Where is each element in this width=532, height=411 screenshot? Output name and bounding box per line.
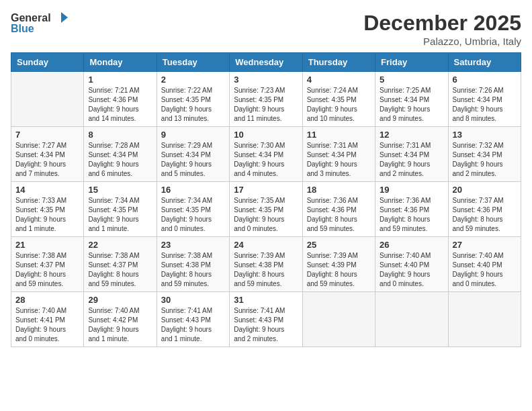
day-info: Sunrise: 7:31 AM Sunset: 4:34 PM Dayligh…	[307, 141, 371, 179]
day-info: Sunrise: 7:27 AM Sunset: 4:34 PM Dayligh…	[15, 141, 79, 179]
day-info: Sunrise: 7:40 AM Sunset: 4:40 PM Dayligh…	[453, 251, 517, 289]
calendar-cell: 31Sunrise: 7:41 AM Sunset: 4:43 PM Dayli…	[230, 292, 302, 347]
day-info: Sunrise: 7:25 AM Sunset: 4:34 PM Dayligh…	[380, 86, 443, 124]
day-info: Sunrise: 7:36 AM Sunset: 4:36 PM Dayligh…	[380, 196, 443, 234]
day-info: Sunrise: 7:34 AM Sunset: 4:35 PM Dayligh…	[88, 196, 152, 234]
page-header: GeneralBlue December 2025 Palazzo, Umbri…	[11, 11, 521, 47]
calendar-cell: 15Sunrise: 7:34 AM Sunset: 4:35 PM Dayli…	[84, 182, 157, 237]
calendar-cell: 27Sunrise: 7:40 AM Sunset: 4:40 PM Dayli…	[448, 237, 521, 292]
day-number: 1	[88, 75, 152, 85]
day-info: Sunrise: 7:35 AM Sunset: 4:35 PM Dayligh…	[234, 196, 298, 234]
day-info: Sunrise: 7:41 AM Sunset: 4:43 PM Dayligh…	[234, 306, 298, 344]
day-info: Sunrise: 7:22 AM Sunset: 4:35 PM Dayligh…	[161, 86, 225, 124]
svg-text:General: General	[11, 12, 51, 24]
calendar-cell: 26Sunrise: 7:40 AM Sunset: 4:40 PM Dayli…	[375, 237, 448, 292]
day-header-monday: Monday	[84, 53, 157, 72]
calendar-cell: 13Sunrise: 7:32 AM Sunset: 4:34 PM Dayli…	[448, 127, 521, 182]
day-info: Sunrise: 7:21 AM Sunset: 4:36 PM Dayligh…	[88, 86, 152, 124]
day-info: Sunrise: 7:40 AM Sunset: 4:41 PM Dayligh…	[15, 306, 79, 344]
day-number: 26	[380, 240, 443, 250]
header-row: SundayMondayTuesdayWednesdayThursdayFrid…	[11, 53, 521, 72]
day-number: 10	[234, 130, 298, 140]
day-number: 4	[307, 75, 371, 85]
day-number: 9	[161, 130, 225, 140]
week-row-1: 1Sunrise: 7:21 AM Sunset: 4:36 PM Daylig…	[11, 72, 521, 127]
day-number: 6	[453, 75, 517, 85]
calendar-cell: 7Sunrise: 7:27 AM Sunset: 4:34 PM Daylig…	[11, 127, 84, 182]
calendar-cell: 20Sunrise: 7:37 AM Sunset: 4:36 PM Dayli…	[448, 182, 521, 237]
week-row-2: 7Sunrise: 7:27 AM Sunset: 4:34 PM Daylig…	[11, 127, 521, 182]
day-number: 14	[15, 185, 79, 195]
week-row-3: 14Sunrise: 7:33 AM Sunset: 4:35 PM Dayli…	[11, 182, 521, 237]
day-number: 7	[15, 130, 79, 140]
calendar-cell: 29Sunrise: 7:40 AM Sunset: 4:42 PM Dayli…	[84, 292, 157, 347]
day-header-wednesday: Wednesday	[230, 53, 302, 72]
day-info: Sunrise: 7:28 AM Sunset: 4:34 PM Dayligh…	[88, 141, 152, 179]
day-number: 13	[453, 130, 517, 140]
calendar-cell: 22Sunrise: 7:38 AM Sunset: 4:37 PM Dayli…	[84, 237, 157, 292]
day-info: Sunrise: 7:30 AM Sunset: 4:34 PM Dayligh…	[234, 141, 298, 179]
day-header-tuesday: Tuesday	[157, 53, 229, 72]
day-number: 23	[161, 240, 225, 250]
day-info: Sunrise: 7:24 AM Sunset: 4:35 PM Dayligh…	[307, 86, 371, 124]
calendar-cell: 19Sunrise: 7:36 AM Sunset: 4:36 PM Dayli…	[375, 182, 448, 237]
day-number: 27	[453, 240, 517, 250]
day-number: 29	[88, 295, 152, 305]
day-number: 2	[161, 75, 225, 85]
calendar-cell: 3Sunrise: 7:23 AM Sunset: 4:35 PM Daylig…	[230, 72, 302, 127]
day-info: Sunrise: 7:38 AM Sunset: 4:38 PM Dayligh…	[161, 251, 225, 289]
calendar-cell: 4Sunrise: 7:24 AM Sunset: 4:35 PM Daylig…	[302, 72, 375, 127]
day-info: Sunrise: 7:23 AM Sunset: 4:35 PM Dayligh…	[234, 86, 298, 124]
day-number: 15	[88, 185, 152, 195]
day-number: 16	[161, 185, 225, 195]
calendar-cell: 8Sunrise: 7:28 AM Sunset: 4:34 PM Daylig…	[84, 127, 157, 182]
logo: GeneralBlue	[11, 11, 85, 35]
week-row-4: 21Sunrise: 7:38 AM Sunset: 4:37 PM Dayli…	[11, 237, 521, 292]
calendar-cell: 17Sunrise: 7:35 AM Sunset: 4:35 PM Dayli…	[230, 182, 302, 237]
calendar-cell: 12Sunrise: 7:31 AM Sunset: 4:34 PM Dayli…	[375, 127, 448, 182]
calendar-cell: 25Sunrise: 7:39 AM Sunset: 4:39 PM Dayli…	[302, 237, 375, 292]
day-number: 28	[15, 295, 79, 305]
day-info: Sunrise: 7:40 AM Sunset: 4:42 PM Dayligh…	[88, 306, 152, 344]
day-number: 19	[380, 185, 443, 195]
day-info: Sunrise: 7:41 AM Sunset: 4:43 PM Dayligh…	[161, 306, 225, 344]
day-number: 18	[307, 185, 371, 195]
day-info: Sunrise: 7:40 AM Sunset: 4:40 PM Dayligh…	[380, 251, 443, 289]
calendar-cell: 24Sunrise: 7:39 AM Sunset: 4:38 PM Dayli…	[230, 237, 302, 292]
day-number: 3	[234, 75, 298, 85]
calendar-cell: 14Sunrise: 7:33 AM Sunset: 4:35 PM Dayli…	[11, 182, 84, 237]
calendar-cell: 6Sunrise: 7:26 AM Sunset: 4:34 PM Daylig…	[448, 72, 521, 127]
location-title: Palazzo, Umbria, Italy	[363, 36, 521, 47]
calendar-cell	[302, 292, 375, 347]
day-number: 22	[88, 240, 152, 250]
day-number: 20	[453, 185, 517, 195]
day-number: 11	[307, 130, 371, 140]
day-number: 31	[234, 295, 298, 305]
calendar-cell: 5Sunrise: 7:25 AM Sunset: 4:34 PM Daylig…	[375, 72, 448, 127]
day-number: 21	[15, 240, 79, 250]
day-number: 5	[380, 75, 443, 85]
calendar-cell: 23Sunrise: 7:38 AM Sunset: 4:38 PM Dayli…	[157, 237, 229, 292]
day-number: 24	[234, 240, 298, 250]
day-info: Sunrise: 7:39 AM Sunset: 4:38 PM Dayligh…	[234, 251, 298, 289]
calendar-cell: 9Sunrise: 7:29 AM Sunset: 4:34 PM Daylig…	[157, 127, 229, 182]
calendar-cell: 11Sunrise: 7:31 AM Sunset: 4:34 PM Dayli…	[302, 127, 375, 182]
day-info: Sunrise: 7:38 AM Sunset: 4:37 PM Dayligh…	[88, 251, 152, 289]
calendar-table: SundayMondayTuesdayWednesdayThursdayFrid…	[11, 52, 521, 347]
logo-svg: GeneralBlue	[11, 11, 85, 35]
calendar-cell	[448, 292, 521, 347]
day-info: Sunrise: 7:29 AM Sunset: 4:34 PM Dayligh…	[161, 141, 225, 179]
calendar-cell: 2Sunrise: 7:22 AM Sunset: 4:35 PM Daylig…	[157, 72, 229, 127]
calendar-cell	[375, 292, 448, 347]
calendar-cell: 21Sunrise: 7:38 AM Sunset: 4:37 PM Dayli…	[11, 237, 84, 292]
calendar-cell: 10Sunrise: 7:30 AM Sunset: 4:34 PM Dayli…	[230, 127, 302, 182]
day-info: Sunrise: 7:37 AM Sunset: 4:36 PM Dayligh…	[453, 196, 517, 234]
day-info: Sunrise: 7:36 AM Sunset: 4:36 PM Dayligh…	[307, 196, 371, 234]
day-number: 12	[380, 130, 443, 140]
calendar-cell: 1Sunrise: 7:21 AM Sunset: 4:36 PM Daylig…	[84, 72, 157, 127]
calendar-cell: 30Sunrise: 7:41 AM Sunset: 4:43 PM Dayli…	[157, 292, 229, 347]
calendar-cell	[11, 72, 84, 127]
day-info: Sunrise: 7:39 AM Sunset: 4:39 PM Dayligh…	[307, 251, 371, 289]
calendar-cell: 18Sunrise: 7:36 AM Sunset: 4:36 PM Dayli…	[302, 182, 375, 237]
day-info: Sunrise: 7:34 AM Sunset: 4:35 PM Dayligh…	[161, 196, 225, 234]
